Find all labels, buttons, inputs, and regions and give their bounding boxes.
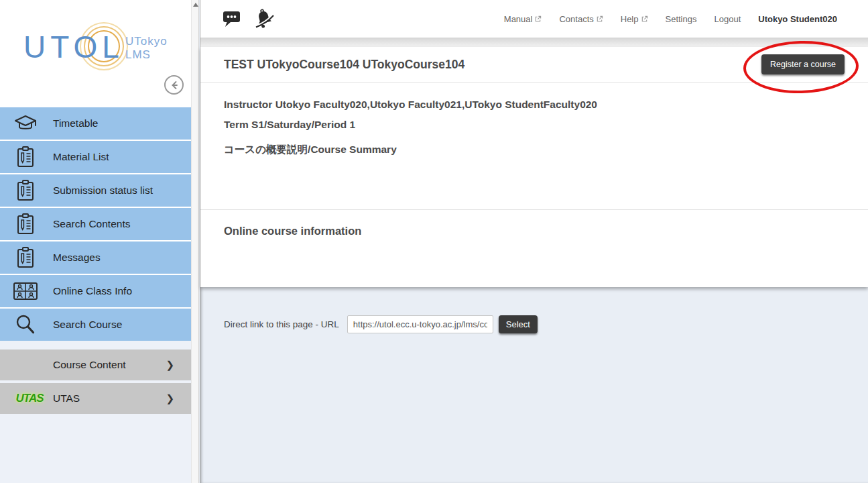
sidebar-collapse-button[interactable] — [164, 75, 184, 95]
external-link-icon — [596, 15, 603, 23]
topbar: Manual Contacts Help — [200, 0, 868, 38]
external-link-icon — [534, 15, 542, 23]
register-course-button[interactable]: Register a course — [761, 54, 845, 74]
username: Utokyo Student020 — [758, 14, 837, 24]
course-summary-heading: コースの概要説明/Course Summary — [224, 143, 845, 157]
online-course-section: Online course information — [200, 210, 868, 287]
select-url-button[interactable]: Select — [499, 315, 538, 333]
sidebar-groups: Course Content ❯ UTAS UTAS ❯ — [0, 350, 191, 414]
sidebar-item-messages[interactable]: Messages — [0, 241, 191, 274]
direct-link-bar: Direct link to this page - URL Select — [200, 287, 868, 333]
sidebar-group-course-content[interactable]: Course Content ❯ — [0, 350, 191, 380]
utol-logo: UTOL UTokyo LMS — [23, 28, 178, 75]
sidebar-item-material-list[interactable]: Material List — [0, 141, 191, 173]
direct-link-label: Direct link to this page - URL — [224, 319, 339, 329]
nav-link-contacts[interactable]: Contacts — [559, 14, 603, 24]
sidebar-item-submission-status-list[interactable]: Submission status list — [0, 174, 191, 207]
sidebar-scrollbar[interactable] — [191, 0, 199, 483]
external-link-icon — [641, 15, 648, 23]
online-course-heading: Online course information — [224, 225, 845, 237]
chat-messages-button[interactable] — [222, 10, 241, 28]
sidebar-item-online-class-info[interactable]: Online Class Info — [0, 275, 191, 307]
clipboard-icon — [11, 246, 40, 269]
chat-bubble-icon — [222, 10, 241, 28]
video-grid-icon — [11, 281, 40, 301]
direct-link-url-input[interactable] — [347, 315, 493, 333]
clipboard-icon — [11, 146, 40, 168]
arrow-left-icon — [169, 80, 180, 91]
term-line: Term S1/Saturday/Period 1 — [224, 119, 845, 131]
course-card: TEST UTokyoCourse104 UTokyoCourse104 Reg… — [200, 47, 868, 287]
course-title: TEST UTokyoCourse104 UTokyoCourse104 — [224, 58, 464, 72]
header-shadow-band — [200, 38, 868, 47]
logo-subtitle: UTokyo LMS — [125, 35, 168, 62]
sidebar-menu: Timetable Material List — [0, 107, 191, 414]
clipboard-icon — [11, 213, 40, 235]
sidebar-group-utas[interactable]: UTAS UTAS ❯ — [0, 383, 191, 414]
bell-muted-icon — [253, 8, 275, 30]
clipboard-icon — [11, 179, 40, 202]
nav-link-settings[interactable]: Settings — [666, 14, 697, 24]
main-region: Manual Contacts Help — [200, 0, 868, 483]
sidebar-group-label: Course Content — [0, 359, 126, 371]
sidebar-item-search-course[interactable]: Search Course — [0, 309, 191, 341]
nav-link-help[interactable]: Help — [621, 14, 648, 24]
chevron-right-icon: ❯ — [166, 392, 174, 405]
course-info-section: Instructor Utokyo Faculty020,Utokyo Facu… — [200, 83, 868, 210]
sidebar-item-search-contents[interactable]: Search Contents — [0, 208, 191, 240]
search-icon — [11, 313, 40, 336]
chevron-right-icon: ❯ — [166, 359, 174, 371]
course-header: TEST UTokyoCourse104 UTokyoCourse104 Reg… — [200, 47, 868, 83]
sidebar-header: UTOL UTokyo LMS — [0, 0, 191, 107]
graduation-cap-icon — [11, 113, 40, 134]
scrollbar-up-arrow-icon[interactable] — [193, 3, 198, 7]
sidebar-item-timetable[interactable]: Timetable — [0, 107, 191, 140]
notifications-muted-button[interactable] — [253, 8, 275, 30]
nav-link-manual[interactable]: Manual — [504, 14, 542, 24]
topbar-icons — [222, 8, 275, 30]
utas-logo-icon: UTAS — [15, 392, 44, 405]
instructor-line: Instructor Utokyo Faculty020,Utokyo Facu… — [224, 99, 845, 111]
sidebar: UTOL UTokyo LMS Timetable — [0, 0, 191, 483]
nav-link-logout[interactable]: Logout — [714, 14, 741, 24]
topbar-nav: Manual Contacts Help — [504, 14, 837, 24]
